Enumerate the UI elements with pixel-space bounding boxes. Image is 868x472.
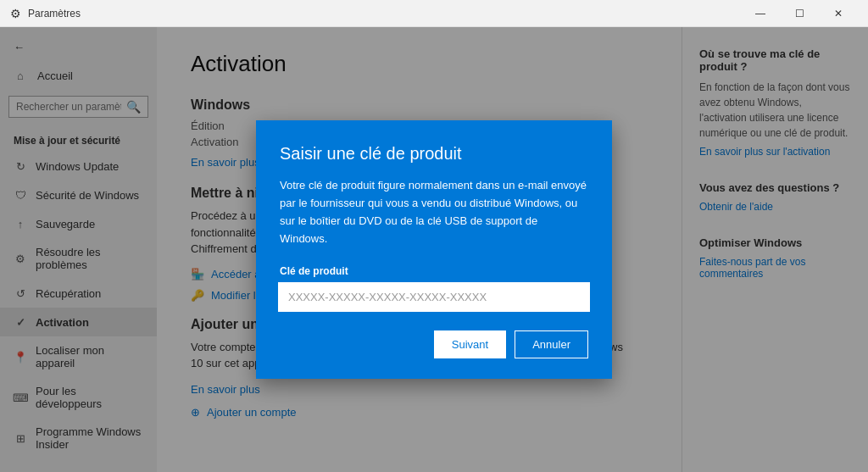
- dialog-title: Saisir une clé de produit: [280, 144, 588, 164]
- titlebar-title: Paramètres: [28, 8, 81, 19]
- maximize-button[interactable]: ☐: [780, 0, 819, 27]
- modal-overlay: Saisir une clé de produit Votre clé de p…: [0, 27, 868, 472]
- titlebar-left: ⚙ Paramètres: [10, 7, 81, 20]
- dialog-buttons: Suivant Annuler: [280, 330, 588, 358]
- dialog-text: Votre clé de produit figure normalement …: [280, 177, 588, 247]
- minimize-button[interactable]: —: [741, 0, 780, 27]
- product-key-label: Clé de produit: [280, 265, 588, 277]
- next-button[interactable]: Suivant: [434, 330, 506, 358]
- titlebar-controls: — ☐ ✕: [741, 0, 858, 27]
- product-key-input[interactable]: [280, 284, 588, 310]
- cancel-button[interactable]: Annuler: [515, 330, 588, 358]
- close-button[interactable]: ✕: [819, 0, 858, 27]
- settings-icon: ⚙: [10, 7, 21, 20]
- product-key-dialog: Saisir une clé de produit Votre clé de p…: [256, 120, 612, 378]
- titlebar: ⚙ Paramètres — ☐ ✕: [0, 0, 868, 27]
